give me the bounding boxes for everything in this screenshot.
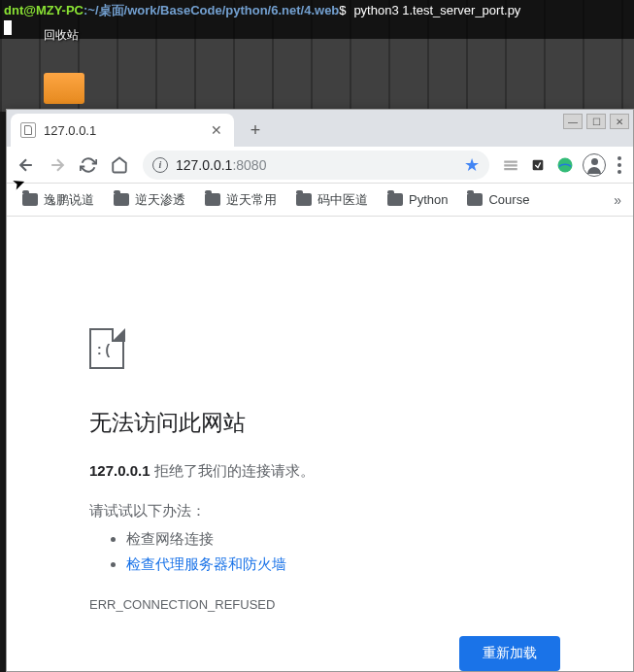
new-tab-button[interactable]: + bbox=[242, 117, 269, 144]
bookmark-star-icon[interactable]: ★ bbox=[464, 154, 480, 176]
bookmark-folder-3[interactable]: 逆天常用 bbox=[197, 187, 284, 213]
folder-icon bbox=[296, 193, 312, 206]
reload-page-button[interactable]: 重新加载 bbox=[459, 636, 560, 671]
back-button[interactable] bbox=[13, 151, 40, 179]
terminal: dnt@MZY-PC:~/桌面/work/BaseCode/python/6.n… bbox=[0, 0, 634, 39]
svg-rect-0 bbox=[504, 160, 517, 162]
browser-window: — ☐ ✕ 127.0.0.1 ✕ + i 127.0.0.1:8080 ★ bbox=[6, 109, 634, 672]
error-suggestions-list: 检查网络连接 检查代理服务器和防火墙 bbox=[89, 526, 551, 576]
bookmarks-overflow-button[interactable]: » bbox=[610, 188, 625, 212]
extension-icon-1[interactable] bbox=[499, 153, 522, 177]
error-title: 无法访问此网站 bbox=[89, 408, 551, 438]
tab-title: 127.0.0.1 bbox=[44, 123, 201, 138]
desktop-trash-label[interactable]: 回收站 bbox=[44, 27, 79, 44]
tab-favicon-icon bbox=[20, 122, 36, 138]
tab-close-button[interactable]: ✕ bbox=[209, 122, 224, 138]
terminal-prompt: $ bbox=[339, 3, 346, 17]
reload-button[interactable] bbox=[75, 151, 102, 179]
folder-icon bbox=[387, 193, 403, 206]
window-controls: — ☐ ✕ bbox=[563, 114, 629, 129]
suggestion-check-proxy: 检查代理服务器和防火墙 bbox=[126, 552, 551, 577]
bookmark-folder-5[interactable]: Python bbox=[380, 188, 455, 211]
bookmark-folder-6[interactable]: Course bbox=[459, 188, 537, 211]
address-bar[interactable]: i 127.0.0.1:8080 ★ bbox=[143, 151, 489, 180]
forward-button[interactable] bbox=[44, 151, 71, 179]
menu-button[interactable] bbox=[612, 156, 627, 174]
bookmark-folder-1[interactable]: 逸鹏说道 bbox=[15, 187, 102, 213]
bookmark-folder-2[interactable]: 逆天渗透 bbox=[106, 187, 193, 213]
terminal-command: python3 1.test_server_port.py bbox=[353, 3, 520, 17]
folder-icon bbox=[114, 193, 129, 206]
toolbar: i 127.0.0.1:8080 ★ bbox=[7, 147, 633, 184]
browser-tab[interactable]: 127.0.0.1 ✕ bbox=[11, 114, 234, 147]
bookmark-folder-4[interactable]: 码中医道 bbox=[288, 187, 376, 213]
sad-page-icon: : ( bbox=[89, 328, 124, 369]
error-page: : ( 无法访问此网站 127.0.0.1 拒绝了我们的连接请求。 请试试以下办… bbox=[7, 217, 633, 671]
check-proxy-link[interactable]: 检查代理服务器和防火墙 bbox=[126, 555, 286, 572]
profile-button[interactable] bbox=[581, 151, 608, 179]
maximize-button[interactable]: ☐ bbox=[586, 114, 606, 129]
profile-icon bbox=[583, 153, 606, 177]
svg-rect-2 bbox=[504, 168, 517, 170]
extension-icon-2[interactable] bbox=[526, 153, 550, 177]
tab-strip: 127.0.0.1 ✕ + bbox=[7, 110, 633, 147]
error-suggest-label: 请试试以下办法： bbox=[89, 502, 551, 521]
extension-icon-3[interactable] bbox=[553, 153, 577, 177]
url-text: 127.0.0.1:8080 bbox=[176, 157, 456, 173]
suggestion-check-network: 检查网络连接 bbox=[126, 526, 551, 552]
folder-icon bbox=[22, 193, 38, 206]
folder-icon bbox=[205, 193, 220, 206]
site-info-icon[interactable]: i bbox=[152, 157, 168, 173]
desktop-folder-icon[interactable] bbox=[44, 73, 84, 104]
error-message: 127.0.0.1 拒绝了我们的连接请求。 bbox=[89, 459, 551, 483]
svg-rect-1 bbox=[504, 164, 517, 166]
home-button[interactable] bbox=[106, 151, 133, 179]
close-window-button[interactable]: ✕ bbox=[610, 114, 629, 129]
terminal-cursor bbox=[4, 20, 12, 35]
minimize-button[interactable]: — bbox=[563, 114, 583, 129]
folder-icon bbox=[467, 193, 483, 206]
svg-rect-3 bbox=[533, 159, 544, 170]
bookmarks-bar: 逸鹏说道 逆天渗透 逆天常用 码中医道 Python Course » bbox=[7, 184, 633, 217]
terminal-path: :~/桌面/work/BaseCode/python/6.net/4.web bbox=[83, 3, 339, 17]
terminal-user-host: dnt@MZY-PC bbox=[4, 3, 83, 17]
error-code: ERR_CONNECTION_REFUSED bbox=[89, 597, 551, 612]
